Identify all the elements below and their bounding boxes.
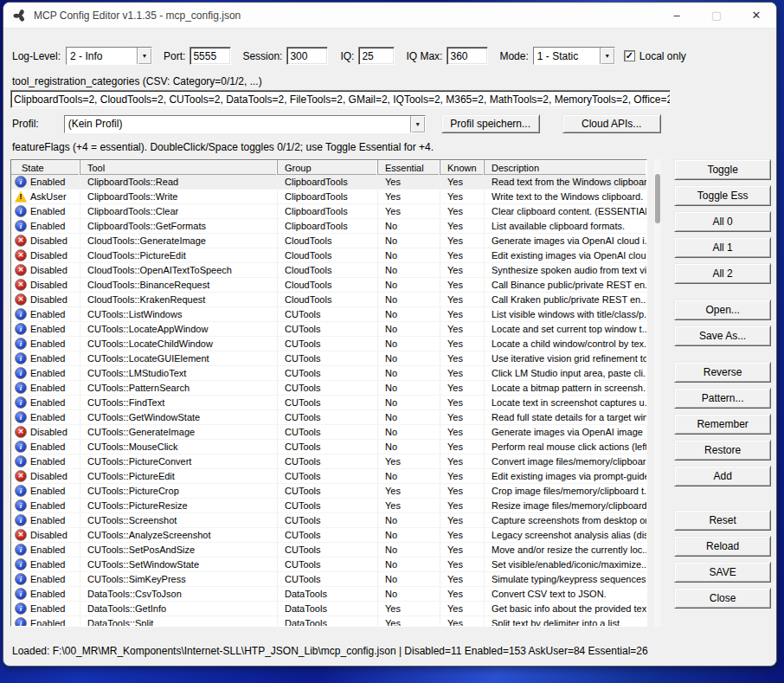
table-row[interactable]: ✕DisabledCUTools::GenerateImageCUToolsNo… xyxy=(11,425,646,440)
column-header-description[interactable]: Description xyxy=(485,160,646,175)
column-header-essential[interactable]: Essential xyxy=(378,160,440,175)
essential-cell: Yes xyxy=(378,484,440,498)
iq-input[interactable]: 25 xyxy=(358,47,395,65)
close-button[interactable]: Close xyxy=(674,588,771,609)
session-input[interactable]: 300 xyxy=(286,47,328,65)
feature-flags-hint: featureFlags (+4 = essential). DoubleCli… xyxy=(12,141,771,153)
restore-button[interactable]: Restore xyxy=(674,440,771,461)
disabled-state-icon: ✕ xyxy=(15,249,27,261)
table-row[interactable]: iEnabledClipboardTools::ClearClipboardTo… xyxy=(11,204,646,219)
table-scrollbar[interactable] xyxy=(654,159,661,627)
table-row[interactable]: iEnabledClipboardTools::GetFormatsClipbo… xyxy=(11,219,646,234)
save-button[interactable]: SAVE xyxy=(674,562,771,583)
table-row[interactable]: iEnabledCUTools::ScreenshotCUToolsNoYesC… xyxy=(11,513,646,528)
state-cell: iEnabled xyxy=(11,410,80,424)
table-row[interactable]: iEnabledCUTools::MouseClickCUToolsNoYesP… xyxy=(11,440,646,454)
known-cell: Yes xyxy=(440,204,485,218)
save-as-button[interactable]: Save As... xyxy=(674,325,771,346)
tool-cell: CloudTools::BinanceRequest xyxy=(80,278,278,292)
table-row[interactable]: iEnabledCUTools::LocateAppWindowCUToolsN… xyxy=(11,322,646,337)
local-only-checkbox[interactable]: ✓ xyxy=(624,50,635,61)
description-cell: Locate text in screenshot captures u... xyxy=(485,396,646,409)
tool-cell: CUTools::ListWindows xyxy=(80,307,278,321)
log-level-select[interactable]: 2 - Info ▼ xyxy=(66,47,152,65)
column-header-tool[interactable]: Tool xyxy=(80,160,278,175)
enabled-state-icon: i xyxy=(15,544,27,556)
description-cell: Legacy screenshot analysis alias (dis... xyxy=(485,528,646,542)
table-row[interactable]: iEnabledCUTools::PatternSearchCUToolsNoY… xyxy=(11,381,646,396)
table-row[interactable]: ✕DisabledCloudTools::BinanceRequestCloud… xyxy=(11,278,646,293)
essential-cell: No xyxy=(378,381,440,395)
tool-cell: DataTools::Split xyxy=(80,616,278,627)
group-cell: CUTools xyxy=(278,366,378,380)
reverse-button[interactable]: Reverse xyxy=(674,362,771,383)
essential-cell: Yes xyxy=(378,616,440,627)
remember-button[interactable]: Remember xyxy=(674,414,771,435)
table-row[interactable]: iEnabledCUTools::ListWindowsCUToolsNoYes… xyxy=(11,307,646,322)
cloud-apis-button[interactable]: Cloud APIs... xyxy=(562,114,661,133)
table-row[interactable]: ✕DisabledCUTools::PictureEditCUToolsNoYe… xyxy=(11,469,646,484)
table-row[interactable]: iEnabledCUTools::SetPosAndSizeCUToolsNoY… xyxy=(11,543,646,557)
essential-cell: No xyxy=(378,307,440,321)
tool-cell: CUTools::PictureConvert xyxy=(80,454,278,468)
save-profile-button[interactable]: Profil speichern... xyxy=(441,114,540,133)
all-1-button[interactable]: All 1 xyxy=(674,237,771,258)
iq-max-input[interactable]: 360 xyxy=(447,47,488,65)
table-row[interactable]: ✕DisabledCloudTools::GenerateImageCloudT… xyxy=(11,234,646,248)
enabled-state-icon: i xyxy=(15,367,27,379)
table-row[interactable]: iEnabledDataTools::GetInfoDataToolsYesYe… xyxy=(11,602,646,616)
chevron-down-icon[interactable]: ▼ xyxy=(137,48,151,64)
table-header[interactable]: StateToolGroupEssentialKnownDescription xyxy=(11,160,646,175)
description-cell: Convert image files/memory/clipboar... xyxy=(485,454,646,468)
table-row[interactable]: ✕DisabledCloudTools::OpenAITextToSpeechC… xyxy=(11,263,646,278)
port-input[interactable]: 5555 xyxy=(190,47,231,65)
state-cell: iEnabled xyxy=(11,602,80,615)
chevron-down-icon[interactable]: ▼ xyxy=(410,116,425,132)
categories-input[interactable]: ClipboardTools=2, CloudTools=2, CUTools=… xyxy=(10,90,671,108)
description-cell: Set visible/enabled/iconic/maximize... xyxy=(485,557,646,571)
table-row[interactable]: ✕DisabledCUTools::AnalyzeScreenshotCUToo… xyxy=(11,528,646,543)
column-header-state[interactable]: State xyxy=(11,160,80,175)
table-row[interactable]: iEnabledCUTools::PictureResizeCUToolsYes… xyxy=(11,499,646,513)
toggle-button[interactable]: Toggle xyxy=(674,159,771,180)
chevron-down-icon[interactable]: ▼ xyxy=(600,48,614,64)
maximize-button[interactable]: ▢ xyxy=(697,3,736,28)
all-2-button[interactable]: All 2 xyxy=(674,263,771,284)
add-button[interactable]: Add xyxy=(674,466,771,486)
table-row[interactable]: iEnabledDataTools::SplitDataToolsYesYesS… xyxy=(11,616,646,627)
open-button[interactable]: Open... xyxy=(674,300,771,320)
close-icon[interactable]: ✕ xyxy=(736,3,776,28)
mode-select[interactable]: 1 - Static ▼ xyxy=(533,47,615,65)
table-row[interactable]: iEnabledCUTools::PictureCropCUToolsYesYe… xyxy=(11,484,646,499)
status-bar: Loaded: F:\00_MR\MR_Komponents\Internet-… xyxy=(12,645,771,657)
table-row[interactable]: iEnabledCUTools::FindTextCUToolsNoYesLoc… xyxy=(11,396,646,410)
table-row[interactable]: iEnabledCUTools::SetWindowStateCUToolsNo… xyxy=(11,557,646,572)
table-row[interactable]: iEnabledDataTools::CsvToJsonDataToolsNoY… xyxy=(11,587,646,602)
table-row[interactable]: iEnabledCUTools::SimKeyPressCUToolsNoYes… xyxy=(11,572,646,587)
pattern-button[interactable]: Pattern... xyxy=(674,388,771,409)
table-row[interactable]: ✕DisabledCloudTools::PictureEditCloudToo… xyxy=(11,248,646,263)
minimize-button[interactable]: – xyxy=(657,3,697,28)
log-level-label: Log-Level: xyxy=(12,50,61,62)
profil-select[interactable]: (Kein Profil) ▼ xyxy=(64,115,426,133)
table-row[interactable]: iEnabledCUTools::PictureConvertCUToolsYe… xyxy=(11,454,646,469)
reload-button[interactable]: Reload xyxy=(674,536,771,557)
table-row[interactable]: !AskUserClipboardTools::WriteClipboardTo… xyxy=(11,190,646,204)
toggle-ess-button[interactable]: Toggle Ess xyxy=(674,185,771,206)
description-cell: Call Kraken public/private REST en... xyxy=(485,293,646,306)
all-0-button[interactable]: All 0 xyxy=(674,211,771,232)
mode-label: Mode: xyxy=(499,50,528,62)
table-row[interactable]: iEnabledCUTools::GetWindowStateCUToolsNo… xyxy=(11,410,646,425)
known-cell: Yes xyxy=(440,322,485,336)
column-header-known[interactable]: Known xyxy=(440,160,485,175)
column-header-group[interactable]: Group xyxy=(278,160,378,175)
reset-button[interactable]: Reset xyxy=(674,510,771,531)
table-row[interactable]: iEnabledCUTools::LMStudioTextCUToolsNoYe… xyxy=(11,366,646,381)
scrollbar-thumb[interactable] xyxy=(655,174,660,223)
essential-cell: No xyxy=(378,351,440,365)
table-row[interactable]: iEnabledCUTools::LocateChildWindowCUTool… xyxy=(11,337,646,351)
table-row[interactable]: ✕DisabledCloudTools::KrakenRequestCloudT… xyxy=(11,293,646,307)
table-row[interactable]: iEnabledCUTools::LocateGUIElementCUTools… xyxy=(11,351,646,366)
tool-table[interactable]: StateToolGroupEssentialKnownDescription … xyxy=(10,159,647,627)
table-row[interactable]: iEnabledClipboardTools::ReadClipboardToo… xyxy=(11,175,646,190)
